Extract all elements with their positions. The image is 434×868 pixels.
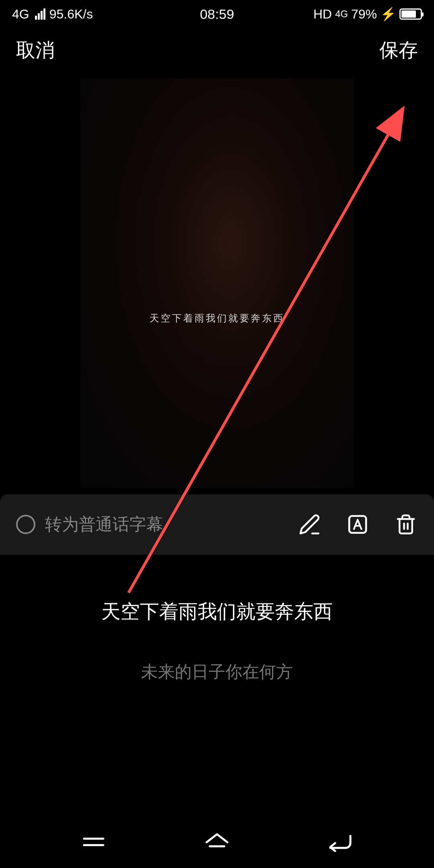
radio-unchecked-icon [16, 515, 35, 534]
edit-button[interactable] [297, 512, 321, 536]
back-icon [326, 832, 354, 852]
status-bar: 4G 95.6K/s 08:59 HD 4G 79% ⚡ [0, 0, 434, 28]
convert-subtitle-label: 转为普通话字幕 [45, 513, 163, 536]
charging-icon: ⚡ [380, 6, 396, 22]
video-preview-area: 天空下着雨我们就要奔东西 [0, 72, 434, 494]
network-indicator-icon: 4G [335, 8, 348, 20]
network-speed: 95.6K/s [49, 7, 93, 22]
nav-recents-button[interactable] [78, 826, 110, 858]
app-header: 取消 保存 [0, 28, 434, 72]
battery-icon [399, 8, 422, 20]
nav-back-button[interactable] [324, 826, 356, 858]
home-icon [204, 832, 230, 852]
font-style-button[interactable] [346, 512, 370, 536]
signal-icon [35, 8, 45, 20]
cancel-button[interactable]: 取消 [16, 37, 55, 63]
network-type: 4G [12, 7, 29, 22]
preview-subtitle-overlay: 天空下着雨我们就要奔东西 [80, 312, 354, 325]
clock: 08:59 [200, 6, 234, 22]
menu-lines-icon [81, 834, 106, 850]
svg-rect-1 [349, 516, 366, 533]
status-left: 4G 95.6K/s [12, 7, 93, 22]
delete-button[interactable] [394, 512, 418, 536]
toolbar-actions [297, 512, 418, 536]
status-right: HD 4G 79% ⚡ [313, 6, 422, 22]
nav-home-button[interactable] [201, 826, 233, 858]
system-nav-bar [0, 816, 434, 868]
font-a-icon [346, 513, 369, 536]
subtitle-toolbar: 转为普通话字幕 [0, 494, 434, 555]
lyric-line-next[interactable]: 未来的日子你在何方 [16, 661, 418, 683]
lyrics-panel: 天空下着雨我们就要奔东西 未来的日子你在何方 [0, 555, 434, 683]
pencil-icon [299, 514, 320, 535]
lyric-line-current[interactable]: 天空下着雨我们就要奔东西 [16, 599, 418, 624]
convert-subtitle-option[interactable]: 转为普通话字幕 [16, 513, 297, 536]
save-button[interactable]: 保存 [379, 37, 418, 63]
trash-icon [395, 514, 417, 535]
video-preview[interactable]: 天空下着雨我们就要奔东西 [80, 78, 354, 488]
hd-indicator: HD [313, 7, 332, 22]
battery-percent: 79% [351, 7, 377, 22]
